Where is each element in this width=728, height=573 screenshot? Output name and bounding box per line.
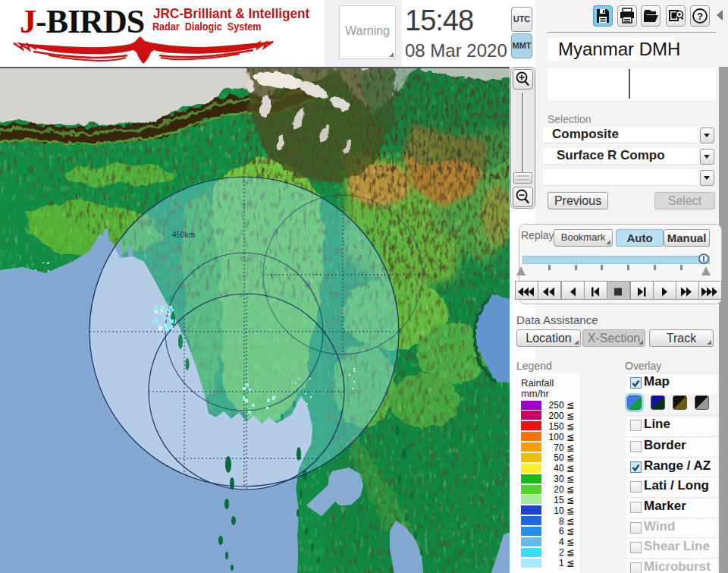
svg-text:?: ? <box>697 11 703 22</box>
svg-text:450km: 450km <box>172 231 195 239</box>
